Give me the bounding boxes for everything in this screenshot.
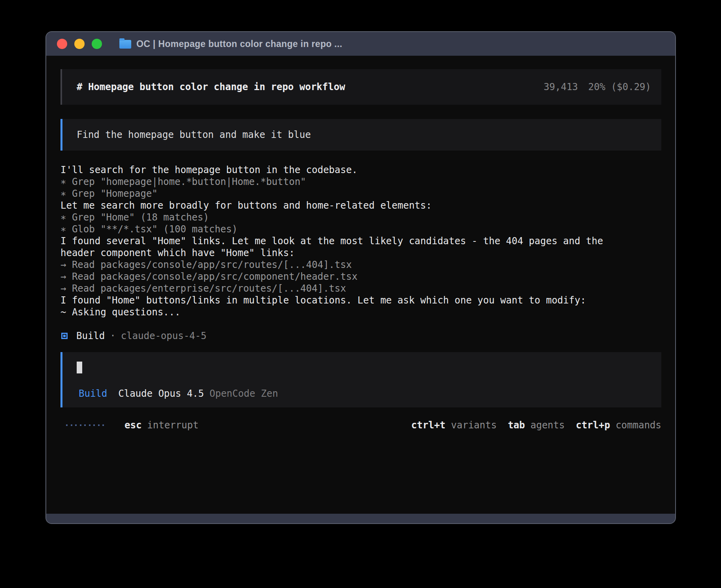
input-meta: Build Claude Opus 4.5 OpenCode Zen (79, 388, 278, 400)
minimize-button[interactable] (74, 39, 85, 49)
tool-call-grep: ∗ Grep "Homepage" (60, 188, 622, 200)
spinner-dots (66, 424, 104, 426)
window-title: OC | Homepage button color change in rep… (136, 39, 342, 49)
input-agent: Build (79, 388, 107, 400)
window-titlebar[interactable]: OC | Homepage button color change in rep… (46, 32, 675, 56)
shortcut-key: tab (508, 419, 525, 431)
esc-key: esc (125, 419, 142, 431)
session-title: # Homepage button color change in repo w… (77, 81, 345, 93)
close-button[interactable] (57, 39, 67, 49)
conversation: I'll search for the homepage button in t… (60, 164, 622, 342)
dot-separator: · (110, 330, 115, 342)
user-message: Find the homepage button and make it blu… (60, 119, 661, 151)
input-model: Claude Opus 4.5 (118, 388, 204, 400)
status-bar: esc interrupt ctrl+t variants tab agents… (60, 419, 661, 431)
shortcut-hints: ctrl+t variants tab agents ctrl+p comman… (411, 419, 661, 431)
shortcut-label: variants (451, 419, 497, 431)
tool-call-read: → Read packages/enterprise/src/routes/[.… (60, 283, 622, 294)
assistant-message: I'll search for the homepage button in t… (60, 164, 622, 176)
shortcut-key: ctrl+t (411, 419, 445, 431)
session-stats: 39,413 20% ($0.29) (544, 81, 651, 93)
assistant-message: Let me search more broadly for buttons a… (60, 200, 622, 211)
terminal-window: OC | Homepage button color change in rep… (45, 31, 676, 524)
shortcut-agents: tab agents (508, 419, 565, 431)
shortcut-label: commands (615, 419, 661, 431)
terminal-content: # Homepage button color change in repo w… (46, 56, 675, 514)
agent-status-row: Build · claude-opus-4-5 (60, 330, 622, 342)
shortcut-key: ctrl+p (576, 419, 610, 431)
tool-call-glob: ∗ Glob "**/*.tsx" (100 matches) (60, 223, 622, 235)
shortcut-variants: ctrl+t variants (411, 419, 496, 431)
assistant-message: I found several "Home" links. Let me loo… (60, 235, 622, 259)
interrupt-label: interrupt (147, 419, 198, 431)
session-header: # Homepage button color change in repo w… (60, 69, 661, 105)
agent-build-icon (61, 333, 68, 339)
context-cost: 20% ($0.29) (588, 81, 651, 93)
tool-call-grep: ∗ Grep "Home" (18 matches) (60, 211, 622, 223)
shortcut-label: agents (530, 419, 565, 431)
window-bottom-strip (46, 514, 675, 523)
agent-status-model: claude-opus-4-5 (121, 330, 207, 342)
user-message-text: Find the homepage button and make it blu… (77, 129, 311, 141)
text-cursor (77, 362, 82, 373)
tool-call-read: → Read packages/console/app/src/componen… (60, 271, 622, 283)
tool-call-grep: ∗ Grep "homepage|home.*button|Home.*butt… (60, 176, 622, 188)
assistant-status: ~ Asking questions... (60, 306, 622, 318)
prompt-input[interactable]: Build Claude Opus 4.5 OpenCode Zen (60, 352, 661, 407)
tool-call-read: → Read packages/console/app/src/routes/[… (60, 259, 622, 271)
assistant-message: I found "Home" buttons/links in multiple… (60, 294, 622, 306)
shortcut-commands: ctrl+p commands (576, 419, 661, 431)
agent-status-name: Build (76, 330, 105, 342)
zoom-button[interactable] (92, 39, 102, 49)
folder-icon (119, 40, 131, 49)
token-count: 39,413 (544, 81, 578, 93)
input-provider: OpenCode Zen (210, 388, 278, 400)
shortcut-interrupt: esc interrupt (125, 419, 198, 431)
